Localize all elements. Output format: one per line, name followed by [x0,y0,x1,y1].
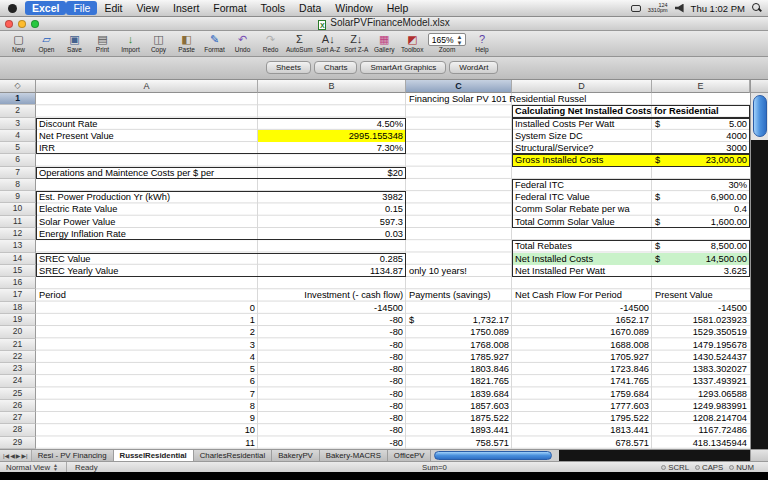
cell-D20[interactable]: 1670.089 [512,326,652,338]
cell-D13[interactable]: Total Rebates [512,240,652,252]
row-header-20[interactable]: 20 [0,326,36,338]
cell-C20[interactable]: 1750.089 [406,326,512,338]
cell-A17[interactable]: Period [36,289,258,301]
cell-A5[interactable]: IRR [36,142,258,154]
sheet-tab-scroll-buttons[interactable]: |◀ ◀ ▶ ▶| [0,450,32,461]
row-header-21[interactable]: 21 [0,339,36,351]
row-header-18[interactable]: 18 [0,302,36,314]
tab-scroll-next-icon[interactable]: ▶ [16,452,21,459]
cell-B9[interactable]: 3982 [258,191,406,203]
sheet-tab-russelresidential[interactable]: RusselResidential [114,450,194,461]
cell-A14[interactable]: SREC Value [36,253,258,265]
row-header-28[interactable]: 28 [0,424,36,436]
cell-B12[interactable]: 0.03 [258,228,406,240]
column-header-D[interactable]: D [512,80,652,93]
row-header-25[interactable]: 25 [0,388,36,400]
cell-E19[interactable]: 1581.023923 [652,314,750,326]
row-header-5[interactable]: 5 [0,142,36,154]
cell-E26[interactable]: 1249.983991 [652,400,750,412]
cell-B26[interactable]: -80 [258,400,406,412]
menu-data[interactable]: Data [292,1,328,15]
toolbar-copy-button[interactable]: ◫Copy [146,32,171,53]
toolbar-save-button[interactable]: ▣Save [62,32,87,53]
menu-tools[interactable]: Tools [254,1,293,15]
cell-B21[interactable]: -80 [258,339,406,351]
cell-E29[interactable]: 418.1345944 [652,437,750,449]
sheet-tab-resi-pv-financing[interactable]: Resi - PV Financing [32,450,114,461]
row-header-24[interactable]: 24 [0,375,36,387]
cell-D8[interactable]: Federal ITC [512,179,652,191]
window-title-bar[interactable]: XSolarPVFinanceModel.xlsx [0,17,768,31]
cell-C15[interactable]: only 10 years! [406,265,512,277]
cell-E14[interactable]: $14,500.00 [652,253,750,265]
cell-B23[interactable]: -80 [258,363,406,375]
cell-E11[interactable]: $1,600.00 [652,216,750,228]
cell-D11[interactable]: Total Comm Solar Value [512,216,652,228]
cell-A15[interactable]: SREC Yearly Value [36,265,258,277]
row-header-4[interactable]: 4 [0,130,36,142]
cell-A11[interactable]: Solar Power Value [36,216,258,228]
cell-D28[interactable]: 1813.441 [512,424,652,436]
cell-A28[interactable]: 10 [36,424,258,436]
cell-A9[interactable]: Est. Power Production Yr (kWh) [36,191,258,203]
cell-D14[interactable]: Net Installed Costs [512,253,652,265]
cell-A29[interactable]: 11 [36,437,258,449]
cell-E25[interactable]: 1293.06588 [652,388,750,400]
cell-C27[interactable]: 1875.522 [406,412,512,424]
toolbar-autosum-button[interactable]: ΣAutoSum [286,32,313,53]
cell-B11[interactable]: 597.3 [258,216,406,228]
vertical-scrollbar[interactable] [750,80,768,449]
column-header-C[interactable]: C [406,80,512,93]
display-icon[interactable] [631,5,641,12]
cell-A27[interactable]: 9 [36,412,258,424]
row-header-8[interactable]: 8 [0,179,36,191]
vertical-scrollbar-track[interactable] [751,140,768,449]
cell-C23[interactable]: 1803.846 [406,363,512,375]
cell-B27[interactable]: -80 [258,412,406,424]
cell-B10[interactable]: 0.15 [258,203,406,215]
row-header-11[interactable]: 11 [0,216,36,228]
cell-B18[interactable]: -14500 [258,302,406,314]
cell-E20[interactable]: 1529.350519 [652,326,750,338]
tab-scroll-prev-icon[interactable]: ◀ [10,452,15,459]
cell-B19[interactable]: -80 [258,314,406,326]
row-header-14[interactable]: 14 [0,253,36,265]
row-header-19[interactable]: 19 [0,314,36,326]
tab-scroll-last-icon[interactable]: ▶| [21,452,27,459]
horizontal-scrollbar[interactable] [431,450,750,461]
cell-B15[interactable]: 1134.87 [258,265,406,277]
cell-A23[interactable]: 5 [36,363,258,375]
cell-E24[interactable]: 1337.493921 [652,375,750,387]
spreadsheet-grid[interactable]: 1234567891011121314151617181920212223242… [0,93,750,449]
toolbar-gallery-button[interactable]: ▦Gallery [372,32,397,53]
cell-B28[interactable]: -80 [258,424,406,436]
sheet-tab-bakery-macrs[interactable]: Bakery-MACRS [320,450,388,461]
cell-D22[interactable]: 1705.927 [512,351,652,363]
spotlight-icon[interactable] [752,3,762,13]
cell-D25[interactable]: 1759.684 [512,388,652,400]
row-header-29[interactable]: 29 [0,437,36,449]
cell-A24[interactable]: 6 [36,375,258,387]
elements-tab-charts[interactable]: Charts [314,61,358,74]
cell-B4[interactable]: 2995.155348 [258,130,406,142]
cell-D24[interactable]: 1741.765 [512,375,652,387]
select-all-corner[interactable]: ◇ [0,80,36,93]
cell-D4[interactable]: System Size DC [512,130,652,142]
column-header-E[interactable]: E [652,80,750,93]
row-header-22[interactable]: 22 [0,351,36,363]
toolbar-new-button[interactable]: ▢New [6,32,31,53]
row-header-2[interactable]: 2 [0,105,36,117]
cell-D2[interactable]: Calculating Net Installed Costs for Resi… [512,105,750,117]
cell-B25[interactable]: -80 [258,388,406,400]
row-header-23[interactable]: 23 [0,363,36,375]
horizontal-scrollbar-track[interactable] [559,450,750,461]
elements-tab-smartart-graphics[interactable]: SmartArt Graphics [360,61,446,74]
cell-E5[interactable]: 3000 [652,142,750,154]
menu-app-excel[interactable]: Excel [25,1,66,15]
cell-E3[interactable]: $5.00 [652,118,750,130]
cell-D19[interactable]: 1652.17 [512,314,652,326]
cell-E8[interactable]: 30% [652,179,750,191]
cell-A22[interactable]: 4 [36,351,258,363]
menu-insert[interactable]: Insert [166,1,206,15]
cell-D15[interactable]: Net Installed Per Watt [512,265,652,277]
